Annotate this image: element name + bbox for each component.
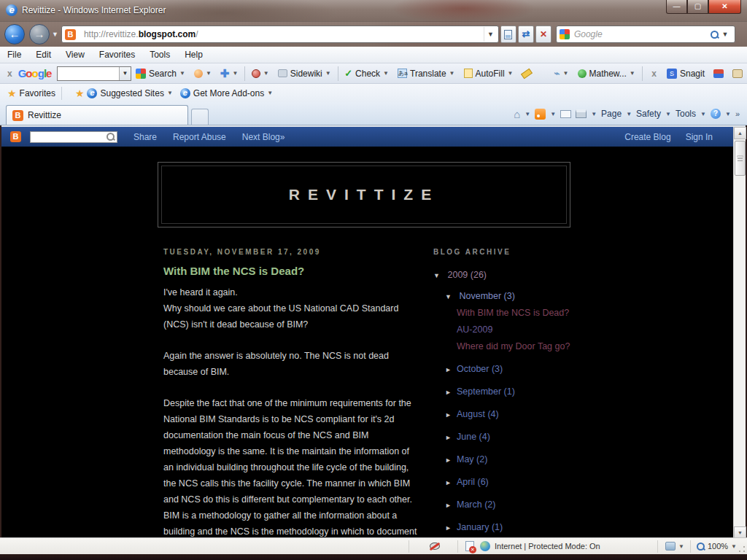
menu-view[interactable]: View (66, 50, 85, 60)
archive-month-link[interactable]: November (3) (459, 291, 514, 301)
google-search-input[interactable]: ▼ (57, 66, 131, 81)
blogger-logo-icon[interactable]: B (10, 131, 21, 142)
add-favorite-icon[interactable]: ★ (75, 88, 85, 99)
zoom-level[interactable]: 100% (708, 542, 728, 551)
privacy-eye-icon[interactable] (430, 542, 440, 550)
toolbar-settings-button[interactable]: ⌁▼ (550, 65, 573, 82)
toggle-icon-collapsed[interactable]: ► (445, 502, 457, 509)
blog-search-icon[interactable] (107, 133, 115, 141)
archive-post-link[interactable]: Where did my Door Tag go? (457, 342, 579, 351)
help-dropdown[interactable]: ▼ (725, 111, 731, 117)
tools-menu[interactable]: Tools (676, 109, 696, 119)
toggle-icon-expanded[interactable]: ▼ (433, 272, 445, 279)
sidewiki-button[interactable]: Sidewiki▼ (274, 65, 336, 82)
account-button[interactable]: Mathew...▼ (573, 65, 640, 82)
archive-month-link[interactable]: August (4) (457, 409, 499, 419)
home-dropdown[interactable]: ▼ (525, 111, 530, 117)
recent-pages-dropdown[interactable]: ▼ (52, 31, 58, 38)
print-dropdown[interactable]: ▼ (591, 111, 597, 117)
archive-month-link[interactable]: May (2) (457, 454, 487, 464)
share-link[interactable]: Share (133, 132, 157, 142)
scroll-up-icon[interactable]: ▲ (734, 127, 746, 139)
blocked-content-icon[interactable] (465, 541, 474, 551)
page-menu[interactable]: Page (601, 109, 622, 119)
archive-month-link[interactable]: September (1) (457, 386, 515, 397)
toggle-icon-collapsed[interactable]: ► (445, 524, 457, 532)
toolbar-close-icon[interactable]: x (7, 69, 12, 79)
maximize-button[interactable]: ▢ (687, 0, 708, 14)
toggle-icon-expanded[interactable]: ▼ (445, 293, 457, 300)
google-search-button[interactable]: Search▼ (131, 65, 190, 82)
search-magnifier-icon[interactable] (711, 31, 719, 39)
help-icon[interactable]: ? (711, 109, 721, 119)
new-tab-button[interactable] (191, 109, 209, 125)
archive-month-link[interactable]: October (3) (457, 364, 503, 374)
rss-icon[interactable] (535, 109, 546, 120)
safety-dropdown[interactable]: ▼ (665, 111, 671, 117)
minimize-button[interactable]: — (666, 0, 687, 14)
page-dropdown[interactable]: ▼ (626, 111, 632, 117)
address-bar[interactable]: B http://revittize.blogspot.com/ ▼ (61, 26, 499, 43)
menu-help[interactable]: Help (185, 50, 203, 60)
create-blog-link[interactable]: Create Blog (624, 132, 670, 142)
spellcheck-button[interactable]: ✓Check▼ (340, 65, 393, 82)
archive-post-link[interactable]: With BIM the NCS is Dead? (457, 308, 579, 318)
next-blog-link[interactable]: Next Blog» (242, 132, 285, 142)
home-icon[interactable]: ⌂ (514, 108, 520, 120)
add-gadget-button[interactable]: ✚▼ (216, 65, 243, 82)
suggested-sites-dropdown[interactable]: ▼ (167, 90, 173, 96)
archive-month-link[interactable]: June (4) (457, 432, 490, 442)
tools-dropdown[interactable]: ▼ (700, 111, 706, 117)
menu-tools[interactable]: Tools (150, 50, 170, 60)
print-icon[interactable] (576, 109, 587, 118)
highlighter-button[interactable] (517, 65, 536, 82)
inprivate-icon[interactable] (665, 542, 676, 551)
scrollbar-thumb[interactable] (735, 141, 746, 176)
read-mail-icon[interactable] (560, 110, 571, 118)
snagit-capture-button[interactable] (709, 65, 728, 82)
inprivate-dropdown[interactable]: ▼ (678, 543, 684, 550)
report-abuse-link[interactable]: Report Abuse (173, 132, 226, 142)
refresh-button[interactable]: ⇄ (518, 26, 534, 43)
rss-dropdown[interactable]: ▼ (550, 111, 556, 117)
menu-edit[interactable]: Edit (36, 50, 51, 60)
zoom-dropdown[interactable]: ▼ (731, 543, 737, 550)
menu-file[interactable]: File (7, 50, 21, 60)
popup-blocker-button[interactable]: ▼ (247, 65, 274, 82)
toggle-icon-collapsed[interactable]: ► (445, 389, 457, 396)
get-addons-dropdown[interactable]: ▼ (267, 90, 273, 96)
compatibility-view-button[interactable] (500, 26, 516, 43)
forward-button[interactable]: → (29, 24, 50, 44)
stop-button[interactable]: ✕ (535, 26, 551, 43)
archive-month-link[interactable]: January (1) (457, 522, 503, 532)
archive-year-link[interactable]: 2009 (26) (447, 270, 487, 280)
autofill-button[interactable]: AutoFill▼ (460, 65, 518, 82)
safety-menu[interactable]: Safety (636, 109, 661, 119)
toggle-icon-collapsed[interactable]: ► (445, 434, 457, 441)
snagit-options-button[interactable] (728, 65, 747, 82)
suggested-sites-button[interactable]: Suggested Sites (100, 88, 163, 98)
instant-search-box[interactable]: Google ▼ (556, 26, 735, 43)
address-dropdown[interactable]: ▼ (484, 27, 497, 42)
tab-revittize[interactable]: B Revittize (6, 105, 188, 125)
archive-month-link[interactable]: April (6) (457, 477, 489, 487)
translate-button[interactable]: あaTranslate▼ (393, 65, 460, 82)
menu-favorites[interactable]: Favorites (99, 50, 135, 60)
sign-in-link[interactable]: Sign In (686, 132, 713, 142)
favorites-button[interactable]: Favorites (20, 88, 55, 98)
toggle-icon-collapsed[interactable]: ► (445, 456, 457, 464)
overflow-chevron[interactable]: » (735, 109, 740, 118)
get-addons-button[interactable]: Get More Add-ons (193, 88, 264, 98)
resize-grip[interactable] (738, 545, 746, 553)
toggle-icon-collapsed[interactable]: ► (445, 411, 457, 419)
back-button[interactable]: ← (4, 24, 25, 44)
share-button[interactable]: ▼ (190, 65, 216, 82)
toggle-icon-collapsed[interactable]: ► (445, 366, 457, 373)
snagit-button[interactable]: SSnagit (662, 65, 709, 82)
post-title-link[interactable]: With BIM the NCS is Dead? (163, 265, 420, 277)
archive-post-link[interactable]: AU-2009 (457, 325, 579, 335)
vertical-scrollbar[interactable]: ▲ ▼ (733, 127, 746, 539)
snagit-close-icon[interactable]: x (651, 69, 657, 79)
toggle-icon-collapsed[interactable]: ► (445, 479, 457, 486)
search-provider-dropdown[interactable]: ▼ (719, 27, 732, 42)
